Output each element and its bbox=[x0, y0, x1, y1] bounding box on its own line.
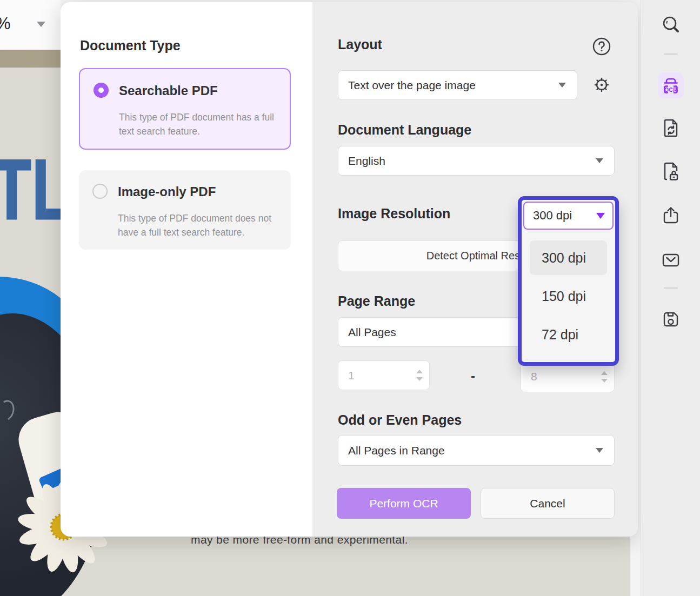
cancel-label: Cancel bbox=[530, 497, 565, 510]
page-lock-icon[interactable] bbox=[659, 160, 682, 183]
page-from-stepper[interactable]: 1 bbox=[338, 360, 430, 390]
document-language-heading: Document Language bbox=[338, 122, 471, 138]
chevron-down-icon bbox=[596, 158, 603, 163]
odd-or-even-pages-heading: Odd or Even Pages bbox=[338, 412, 462, 428]
image-only-pdf-option[interactable]: Image-only PDF This type of PDF document… bbox=[79, 170, 291, 250]
radio-selected-icon[interactable] bbox=[94, 83, 109, 98]
layout-select-value: Text over the page image bbox=[348, 79, 476, 92]
image-resolution-heading: Image Resolution bbox=[338, 206, 450, 222]
layout-select[interactable]: Text over the page image bbox=[338, 70, 577, 100]
ocr-tool-active[interactable]: OCR bbox=[658, 72, 684, 98]
image-resolution-options: 300 dpi 150 dpi 72 dpi bbox=[523, 230, 614, 352]
chevron-down-icon bbox=[558, 83, 566, 88]
radio-unselected-icon[interactable] bbox=[92, 184, 108, 199]
searchable-pdf-option[interactable]: Searchable PDF This type of PDF document… bbox=[79, 68, 291, 150]
document-language-select[interactable]: English bbox=[338, 146, 615, 176]
image-resolution-dropdown: 300 dpi 300 dpi 150 dpi 72 dpi bbox=[518, 196, 619, 366]
page-range-heading: Page Range bbox=[338, 293, 415, 309]
odd-or-even-pages-select[interactable]: All Pages in Range bbox=[338, 435, 615, 466]
chevron-down-icon bbox=[596, 448, 603, 453]
cancel-button[interactable]: Cancel bbox=[481, 488, 615, 519]
document-language-value: English bbox=[348, 155, 385, 168]
stepper-arrows[interactable] bbox=[416, 361, 423, 390]
image-only-pdf-title: Image-only PDF bbox=[118, 184, 216, 199]
searchable-pdf-desc: This type of PDF document has a full tex… bbox=[119, 110, 284, 138]
tool-sidebar: OCR bbox=[641, 0, 700, 596]
perform-ocr-button[interactable]: Perform OCR bbox=[337, 488, 471, 519]
share-icon[interactable] bbox=[659, 204, 682, 227]
gear-icon[interactable] bbox=[591, 75, 612, 95]
stepper-down-icon[interactable] bbox=[416, 377, 423, 381]
search-icon[interactable] bbox=[660, 14, 682, 36]
searchable-pdf-title: Searchable PDF bbox=[119, 83, 218, 98]
page-to-value: 8 bbox=[531, 370, 537, 383]
convert-page-icon[interactable] bbox=[659, 117, 682, 139]
odd-or-even-pages-value: All Pages in Range bbox=[348, 444, 445, 457]
stepper-down-icon[interactable] bbox=[601, 379, 608, 383]
sidebar-divider bbox=[664, 287, 678, 289]
layout-heading: Layout bbox=[338, 37, 382, 52]
chevron-down-icon bbox=[596, 213, 605, 219]
perform-ocr-label: Perform OCR bbox=[369, 497, 438, 510]
zoom-percent-label: % bbox=[0, 14, 11, 34]
resolution-option-72dpi[interactable]: 72 dpi bbox=[530, 317, 607, 352]
image-resolution-select[interactable]: 300 dpi bbox=[523, 202, 614, 230]
email-icon[interactable] bbox=[659, 249, 682, 271]
ocr-icon-label: OCR bbox=[664, 87, 677, 93]
zoom-toolbar: % bbox=[0, 0, 61, 50]
stepper-arrows[interactable] bbox=[601, 361, 608, 392]
image-resolution-value: 300 dpi bbox=[533, 209, 572, 223]
document-type-panel: Document Type Searchable PDF This type o… bbox=[61, 2, 312, 537]
stepper-up-icon[interactable] bbox=[416, 370, 423, 373]
page-range-separator: - bbox=[471, 369, 475, 384]
image-only-pdf-desc: This type of PDF document does not have … bbox=[118, 211, 283, 239]
resolution-option-150dpi[interactable]: 150 dpi bbox=[530, 279, 607, 313]
page-from-value: 1 bbox=[348, 369, 355, 382]
resolution-option-300dpi[interactable]: 300 dpi bbox=[530, 240, 607, 275]
help-icon[interactable] bbox=[591, 36, 612, 57]
document-type-heading: Document Type bbox=[80, 38, 181, 53]
sidebar-divider bbox=[664, 53, 678, 55]
zoom-dropdown-arrow-icon[interactable] bbox=[37, 22, 45, 27]
page-range-value: All Pages bbox=[348, 326, 396, 339]
save-icon[interactable] bbox=[659, 308, 682, 331]
detect-optimal-resolution-label: Detect Optimal Reso bbox=[426, 250, 526, 262]
stepper-up-icon[interactable] bbox=[601, 371, 608, 375]
